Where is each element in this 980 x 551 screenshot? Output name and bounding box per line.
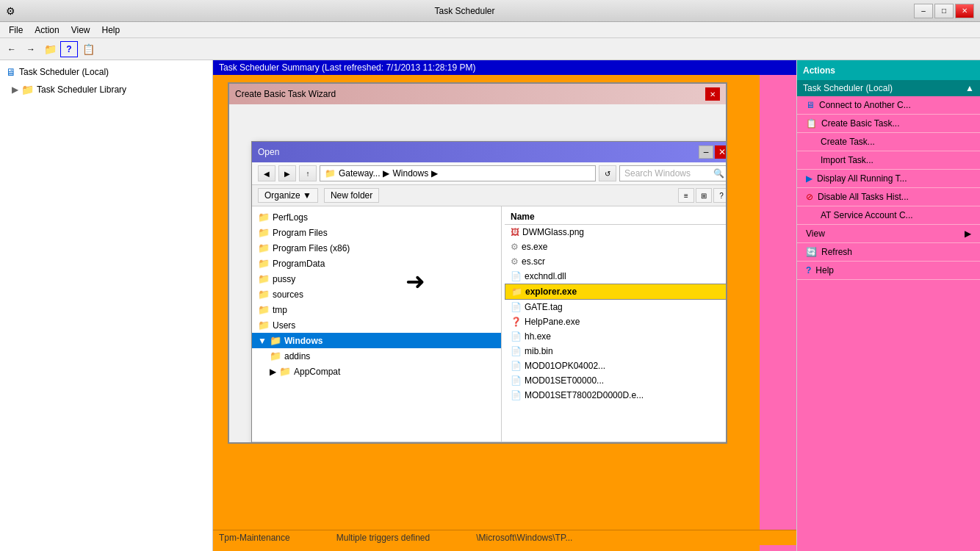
folder-label-pussy: pussy (273, 274, 295, 284)
file-list: Name 🖼 DWMGlass.png ⚙ es.exe (502, 206, 726, 442)
new-folder-label: New folder (331, 190, 372, 201)
action-at-service[interactable]: AT Service Account C... (797, 206, 980, 225)
folder-tmp[interactable]: 📁 tmp (252, 302, 501, 317)
action-create-basic[interactable]: 📋 Create Basic Task... (797, 115, 980, 133)
maximize-button[interactable]: □ (934, 4, 954, 18)
back-button[interactable]: ← (3, 41, 21, 57)
action-create-basic-label: Create Basic Task... (821, 118, 900, 129)
file-dwmglass[interactable]: 🖼 DWMGlass.png (505, 225, 726, 240)
file-explorer[interactable]: 📁 explorer.exe (505, 284, 726, 300)
file-label-hh: hh.exe (525, 331, 551, 342)
close-button[interactable]: ✕ (955, 4, 974, 18)
window-title: Task Scheduler (15, 6, 914, 16)
folder-sources[interactable]: 📁 sources (252, 287, 501, 302)
forward-button[interactable]: → (22, 41, 40, 57)
folder-button[interactable]: 📁 (41, 41, 59, 57)
file-icon-esexe: ⚙ (511, 242, 519, 252)
file-label-dwmglass: DWMGlass.png (522, 227, 584, 237)
organize-button[interactable]: Organize ▼ (258, 188, 318, 203)
action-display-running[interactable]: ▶ Display All Running T... (797, 170, 980, 188)
open-dialog-title-label: Open (258, 147, 279, 157)
view-help-button[interactable]: ? (713, 188, 726, 203)
title-bar: ⚙ Task Scheduler – □ ✕ (0, 0, 980, 22)
action-view[interactable]: View ▶ (797, 225, 980, 243)
action-view-label: View (806, 228, 825, 239)
help-button[interactable]: ? (60, 41, 78, 57)
wizard-close-button[interactable]: ✕ (705, 87, 720, 101)
summary-bar: Task Scheduler Summary (Last refreshed: … (213, 60, 796, 75)
folder-addins[interactable]: 📁 addins (252, 348, 501, 364)
folder-appcompat[interactable]: ▶ 📁 AppCompat (252, 364, 501, 379)
file-helppane[interactable]: ❓ HelpPane.exe (505, 314, 726, 329)
menu-action[interactable]: Action (29, 24, 65, 37)
file-exchndl[interactable]: 📄 exchndl.dll (505, 269, 726, 284)
menu-view[interactable]: View (65, 24, 96, 37)
nav-back-button[interactable]: ◀ (258, 165, 275, 181)
folder-icon-pf86: 📁 (258, 242, 270, 253)
folder-programfiles[interactable]: 📁 Program Files (252, 225, 501, 240)
search-icon: 🔍 (713, 168, 724, 179)
new-folder-button[interactable]: New folder (324, 188, 379, 203)
sidebar-item-library[interactable]: ▶ 📁 Task Scheduler Library (0, 81, 212, 98)
action-import[interactable]: Import Task... (797, 151, 980, 170)
view-icon-button[interactable]: ⊞ (696, 188, 712, 203)
view-list-button[interactable]: ≡ (678, 188, 694, 203)
open-dialog-title-bar: Open – ✕ (252, 142, 726, 162)
file-hh[interactable]: 📄 hh.exe (505, 329, 726, 344)
action-at-service-label: AT Service Account C... (821, 210, 913, 220)
minimize-button[interactable]: – (914, 4, 933, 18)
open-dialog-min[interactable]: – (699, 145, 713, 159)
folder-pussy[interactable]: 📁 pussy (252, 271, 501, 287)
actions-subheader: Task Scheduler (Local) ▲ (797, 80, 980, 96)
action-refresh[interactable]: 🔄 Refresh (797, 243, 980, 262)
folder-icon-pf: 📁 (258, 227, 270, 238)
action-import-label: Import Task... (821, 155, 873, 165)
display-running-icon: ▶ (806, 173, 813, 184)
view-arrow-icon: ▶ (965, 228, 971, 239)
refresh-icon: 🔄 (806, 247, 817, 257)
arrow-indicator: ➜ (406, 267, 425, 295)
file-mod1[interactable]: 📄 MOD01OPK04002... (505, 359, 726, 373)
folder-programfiles86[interactable]: 📁 Program Files (x86) (252, 240, 501, 256)
about-button[interactable]: 📋 (79, 41, 97, 57)
task-triggers: Multiple triggers defined (336, 533, 430, 543)
file-icon-helppane: ❓ (511, 317, 522, 327)
folder-icon-pussy: 📁 (258, 273, 270, 284)
nav-up-button[interactable]: ↑ (299, 165, 317, 181)
folder-label-pf: Program Files (273, 228, 328, 238)
toolbar: ← → 📁 ? 📋 (0, 38, 980, 60)
file-gate[interactable]: 📄 GATE.tag (505, 300, 726, 314)
action-disable-history-label: Disable All Tasks Hist... (818, 192, 909, 202)
folder-icon-sources: 📁 (258, 289, 270, 300)
file-mod3[interactable]: 📄 MOD01SET78002D0000D.e... (505, 388, 726, 403)
nav-forward-button[interactable]: ▶ (278, 165, 296, 181)
open-dialog-close[interactable]: ✕ (715, 145, 726, 159)
folder-perflogs[interactable]: 📁 PerfLogs (252, 209, 501, 225)
action-disable-history[interactable]: ⊘ Disable All Tasks Hist... (797, 188, 980, 206)
folder-icon-pd: 📁 (258, 258, 270, 269)
create-basic-icon: 📋 (806, 118, 817, 129)
file-esscr[interactable]: ⚙ es.scr (505, 254, 726, 269)
search-box[interactable]: Search Windows 🔍 (619, 165, 726, 181)
menu-help[interactable]: Help (96, 24, 126, 37)
action-connect[interactable]: 🖥 Connect to Another C... (797, 96, 980, 115)
folder-label-addins: addins (284, 351, 310, 361)
file-mib[interactable]: 📄 mib.bin (505, 344, 726, 359)
folder-users[interactable]: 📁 Users (252, 317, 501, 333)
menu-file[interactable]: File (3, 24, 29, 37)
folder-label-pd: ProgramData (273, 259, 325, 269)
folder-programdata[interactable]: 📁 ProgramData (252, 256, 501, 271)
file-label-esscr: es.scr (522, 256, 545, 267)
file-mod2[interactable]: 📄 MOD01SET00000... (505, 373, 726, 388)
action-help[interactable]: ? Help (797, 262, 980, 280)
file-esexe[interactable]: ⚙ es.exe (505, 240, 726, 254)
help-action-icon: ? (806, 265, 811, 276)
refresh-nav-button[interactable]: ↺ (599, 165, 616, 181)
file-label-mib: mib.bin (525, 346, 553, 356)
folder-icon-appcompat: 📁 (279, 366, 291, 377)
address-bar[interactable]: 📁 Gateway... ▶ Windows ▶ (320, 165, 596, 181)
open-dialog-toolbar: ◀ ▶ ↑ 📁 Gateway... ▶ Windows ▶ ↺ (252, 162, 726, 185)
folder-windows[interactable]: ▼ 📁 Windows (252, 333, 501, 348)
action-create-task[interactable]: Create Task... (797, 133, 980, 151)
sidebar-item-local[interactable]: 🖥 Task Scheduler (Local) (0, 63, 212, 81)
